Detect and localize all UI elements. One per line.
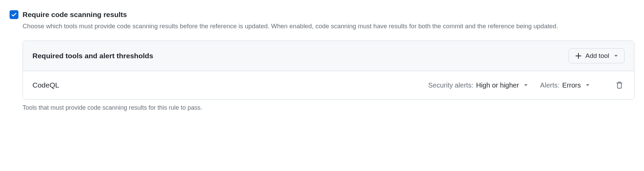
alerts-value: Errors: [562, 81, 581, 89]
checkmark-icon: [11, 12, 17, 18]
security-alerts-dropdown[interactable]: Security alerts: High or higher: [428, 81, 528, 89]
tool-name: CodeQL: [32, 81, 428, 89]
security-alerts-label: Security alerts:: [428, 81, 473, 89]
delete-tool-button[interactable]: [614, 80, 625, 90]
setting-content: Require code scanning results Choose whi…: [23, 10, 634, 111]
caret-down-icon: [614, 55, 618, 57]
setting-description: Choose which tools must provide code sca…: [23, 21, 634, 31]
dropdown-group: Security alerts: High or higher Alerts: …: [428, 80, 625, 90]
panel-title: Required tools and alert thresholds: [32, 52, 153, 60]
panel-header: Required tools and alert thresholds Add …: [23, 41, 634, 71]
tool-row: CodeQL Security alerts: High or higher A…: [23, 71, 634, 99]
require-code-scanning-checkbox[interactable]: [10, 10, 18, 19]
trash-icon: [616, 81, 623, 89]
caret-down-icon: [586, 84, 590, 87]
required-tools-panel: Required tools and alert thresholds Add …: [23, 41, 634, 99]
alerts-label: Alerts:: [540, 81, 560, 89]
setting-title: Require code scanning results: [23, 10, 634, 19]
plus-icon: [575, 52, 582, 59]
alerts-dropdown[interactable]: Alerts: Errors: [540, 81, 590, 89]
caret-down-icon: [524, 84, 528, 87]
add-tool-label: Add tool: [585, 52, 609, 60]
security-alerts-value: High or higher: [476, 81, 519, 89]
require-code-scanning-setting: Require code scanning results Choose whi…: [10, 10, 634, 111]
add-tool-button[interactable]: Add tool: [569, 48, 625, 63]
footer-text: Tools that must provide code scanning re…: [23, 104, 634, 111]
